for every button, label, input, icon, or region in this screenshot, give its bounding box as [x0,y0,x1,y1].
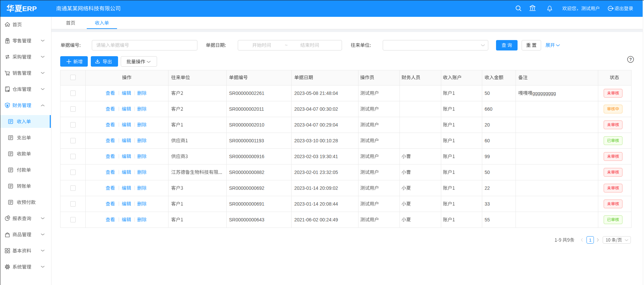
svg-text:SR00000000692: SR00000000692 [229,185,264,191]
svg-text:SR00000001193: SR00000001193 [229,138,264,143]
svg-text:SR00000000882: SR00000000882 [229,170,264,175]
svg-text:20: 20 [485,122,490,128]
svg-text:2023-02-01 23:32:05: 2023-02-01 23:32:05 [294,170,338,175]
svg-text:33: 33 [485,201,490,207]
svg-text:SR00000002011: SR00000002011 [229,106,264,112]
svg-text:55: 55 [485,217,490,222]
svg-text:2023-04-07 00:30:02: 2023-04-07 00:30:02 [294,106,338,112]
svg-text:SR00000002261: SR00000002261 [229,91,264,96]
svg-text:SR00000000643: SR00000000643 [229,217,264,222]
svg-text:2023-04-07 00:29:04: 2023-04-07 00:29:04 [294,122,338,128]
svg-text:SR00000000691: SR00000000691 [229,201,264,207]
svg-text:2023-02-03 19:30:41: 2023-02-03 19:30:41 [294,154,338,159]
svg-text:2023-05-08 21:48:04: 2023-05-08 21:48:04 [294,91,338,96]
svg-text:2021-06-02 00:24:49: 2021-06-02 00:24:49 [294,217,338,222]
svg-text:?: ? [629,57,632,62]
svg-text:99: 99 [485,154,490,159]
svg-text:60: 60 [485,138,490,143]
svg-text:ggggggggg: ggggggggg [532,91,556,96]
svg-text:50: 50 [485,170,490,175]
svg-text:50: 50 [485,91,490,96]
svg-text:~: ~ [285,42,288,48]
svg-text:22: 22 [485,185,490,191]
svg-text:2023-01-14 20:08:44: 2023-01-14 20:08:44 [294,201,338,207]
svg-text:SR00000002010: SR00000002010 [229,122,264,128]
svg-text:1: 1 [589,238,591,243]
svg-text:660: 660 [485,106,493,112]
svg-text:2023-03-10 00:10:28: 2023-03-10 00:10:28 [294,138,338,143]
svg-text:2023-01-14 20:09:02: 2023-01-14 20:09:02 [294,185,338,191]
svg-text:ERP: ERP [22,5,37,12]
svg-text:SR00000000916: SR00000000916 [229,154,264,159]
